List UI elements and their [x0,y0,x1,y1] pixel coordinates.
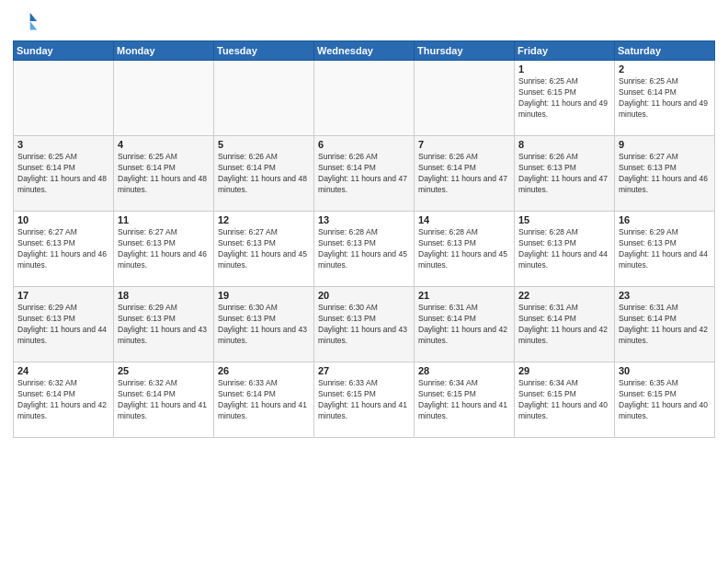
day-number: 7 [418,139,510,150]
day-number: 9 [619,139,711,150]
page: SundayMondayTuesdayWednesdayThursdayFrid… [0,0,728,563]
calendar-header-row: SundayMondayTuesdayWednesdayThursdayFrid… [14,41,715,61]
day-info: Sunrise: 6:27 AM Sunset: 6:13 PM Dayligh… [619,152,711,196]
day-info: Sunrise: 6:35 AM Sunset: 6:15 PM Dayligh… [619,378,711,422]
day-info: Sunrise: 6:26 AM Sunset: 6:14 PM Dayligh… [218,152,310,196]
svg-marker-0 [30,13,37,21]
day-info: Sunrise: 6:27 AM Sunset: 6:13 PM Dayligh… [118,227,210,271]
calendar-weekday-monday: Monday [114,41,214,61]
calendar-cell: 19Sunrise: 6:30 AM Sunset: 6:13 PM Dayli… [214,287,314,362]
day-number: 4 [118,139,210,150]
calendar-weekday-tuesday: Tuesday [214,41,314,61]
day-number: 25 [118,365,210,376]
calendar-cell: 5Sunrise: 6:26 AM Sunset: 6:14 PM Daylig… [214,136,314,212]
day-info: Sunrise: 6:32 AM Sunset: 6:14 PM Dayligh… [118,378,210,422]
calendar-cell: 16Sunrise: 6:29 AM Sunset: 6:13 PM Dayli… [615,212,715,287]
calendar-cell: 25Sunrise: 6:32 AM Sunset: 6:14 PM Dayli… [114,362,214,438]
calendar-cell: 24Sunrise: 6:32 AM Sunset: 6:14 PM Dayli… [14,362,114,438]
day-info: Sunrise: 6:27 AM Sunset: 6:13 PM Dayligh… [17,227,109,271]
day-info: Sunrise: 6:31 AM Sunset: 6:14 PM Dayligh… [518,303,610,347]
day-info: Sunrise: 6:33 AM Sunset: 6:15 PM Dayligh… [318,378,410,422]
calendar-cell: 15Sunrise: 6:28 AM Sunset: 6:13 PM Dayli… [515,212,615,287]
day-number: 10 [17,214,109,225]
day-number: 26 [218,365,310,376]
day-info: Sunrise: 6:30 AM Sunset: 6:13 PM Dayligh… [218,303,310,347]
day-number: 20 [318,290,410,301]
calendar-cell: 7Sunrise: 6:26 AM Sunset: 6:14 PM Daylig… [415,136,515,212]
day-info: Sunrise: 6:25 AM Sunset: 6:14 PM Dayligh… [17,152,109,196]
day-number: 14 [418,214,510,225]
day-info: Sunrise: 6:30 AM Sunset: 6:13 PM Dayligh… [318,303,410,347]
day-info: Sunrise: 6:25 AM Sunset: 6:15 PM Dayligh… [518,76,610,121]
header [13,9,715,35]
day-info: Sunrise: 6:29 AM Sunset: 6:13 PM Dayligh… [118,303,210,347]
day-number: 21 [418,290,510,301]
calendar-cell: 2Sunrise: 6:25 AM Sunset: 6:14 PM Daylig… [615,61,715,136]
day-number: 19 [218,290,310,301]
calendar-weekday-friday: Friday [515,41,615,61]
day-number: 23 [619,290,711,301]
calendar-cell: 27Sunrise: 6:33 AM Sunset: 6:15 PM Dayli… [314,362,415,438]
calendar-week-row: 17Sunrise: 6:29 AM Sunset: 6:13 PM Dayli… [14,287,715,362]
day-number: 27 [318,365,410,376]
calendar-cell: 9Sunrise: 6:27 AM Sunset: 6:13 PM Daylig… [615,136,715,212]
calendar-cell: 20Sunrise: 6:30 AM Sunset: 6:13 PM Dayli… [314,287,415,362]
day-number: 5 [218,139,310,150]
day-number: 6 [318,139,410,150]
day-number: 17 [17,290,109,301]
calendar-cell: 26Sunrise: 6:33 AM Sunset: 6:14 PM Dayli… [214,362,314,438]
calendar-cell: 12Sunrise: 6:27 AM Sunset: 6:13 PM Dayli… [214,212,314,287]
calendar-cell [14,61,114,136]
calendar-cell: 28Sunrise: 6:34 AM Sunset: 6:15 PM Dayli… [415,362,515,438]
calendar-week-row: 3Sunrise: 6:25 AM Sunset: 6:14 PM Daylig… [14,136,715,212]
calendar-weekday-saturday: Saturday [615,41,715,61]
calendar-cell [114,61,214,136]
day-number: 8 [518,139,610,150]
day-info: Sunrise: 6:28 AM Sunset: 6:13 PM Dayligh… [518,227,610,271]
day-info: Sunrise: 6:29 AM Sunset: 6:13 PM Dayligh… [17,303,109,347]
day-info: Sunrise: 6:31 AM Sunset: 6:14 PM Dayligh… [418,303,510,347]
day-info: Sunrise: 6:25 AM Sunset: 6:14 PM Dayligh… [619,76,711,121]
calendar-cell: 10Sunrise: 6:27 AM Sunset: 6:13 PM Dayli… [14,212,114,287]
calendar-cell: 21Sunrise: 6:31 AM Sunset: 6:14 PM Dayli… [415,287,515,362]
calendar-cell: 4Sunrise: 6:25 AM Sunset: 6:14 PM Daylig… [114,136,214,212]
calendar-cell [214,61,314,136]
calendar-cell: 22Sunrise: 6:31 AM Sunset: 6:14 PM Dayli… [515,287,615,362]
day-number: 2 [619,63,711,75]
day-info: Sunrise: 6:28 AM Sunset: 6:13 PM Dayligh… [418,227,510,271]
calendar-week-row: 10Sunrise: 6:27 AM Sunset: 6:13 PM Dayli… [14,212,715,287]
day-number: 22 [518,290,610,301]
calendar-cell: 29Sunrise: 6:34 AM Sunset: 6:15 PM Dayli… [515,362,615,438]
day-info: Sunrise: 6:34 AM Sunset: 6:15 PM Dayligh… [518,378,610,422]
calendar-weekday-sunday: Sunday [14,41,114,61]
day-info: Sunrise: 6:28 AM Sunset: 6:13 PM Dayligh… [318,227,410,271]
day-info: Sunrise: 6:33 AM Sunset: 6:14 PM Dayligh… [218,378,310,422]
day-number: 24 [17,365,109,376]
day-info: Sunrise: 6:26 AM Sunset: 6:14 PM Dayligh… [318,152,410,196]
calendar-cell: 17Sunrise: 6:29 AM Sunset: 6:13 PM Dayli… [14,287,114,362]
day-info: Sunrise: 6:29 AM Sunset: 6:13 PM Dayligh… [619,227,711,271]
calendar-cell: 13Sunrise: 6:28 AM Sunset: 6:13 PM Dayli… [314,212,415,287]
calendar-weekday-wednesday: Wednesday [314,41,415,61]
calendar-cell: 14Sunrise: 6:28 AM Sunset: 6:13 PM Dayli… [415,212,515,287]
calendar-cell: 8Sunrise: 6:26 AM Sunset: 6:13 PM Daylig… [515,136,615,212]
day-info: Sunrise: 6:32 AM Sunset: 6:14 PM Dayligh… [17,378,109,422]
day-info: Sunrise: 6:26 AM Sunset: 6:14 PM Dayligh… [418,152,510,196]
day-number: 12 [218,214,310,225]
day-number: 28 [418,365,510,376]
logo-icon [13,9,39,35]
calendar-cell: 11Sunrise: 6:27 AM Sunset: 6:13 PM Dayli… [114,212,214,287]
day-number: 30 [619,365,711,376]
day-number: 15 [518,214,610,225]
day-info: Sunrise: 6:25 AM Sunset: 6:14 PM Dayligh… [118,152,210,196]
calendar-week-row: 1Sunrise: 6:25 AM Sunset: 6:15 PM Daylig… [14,61,715,136]
calendar-cell [314,61,415,136]
calendar-cell: 1Sunrise: 6:25 AM Sunset: 6:15 PM Daylig… [515,61,615,136]
calendar-weekday-thursday: Thursday [415,41,515,61]
day-number: 16 [619,214,711,225]
calendar-cell: 6Sunrise: 6:26 AM Sunset: 6:14 PM Daylig… [314,136,415,212]
day-info: Sunrise: 6:31 AM Sunset: 6:14 PM Dayligh… [619,303,711,347]
logo [13,9,42,35]
calendar-cell: 3Sunrise: 6:25 AM Sunset: 6:14 PM Daylig… [14,136,114,212]
day-number: 11 [118,214,210,225]
